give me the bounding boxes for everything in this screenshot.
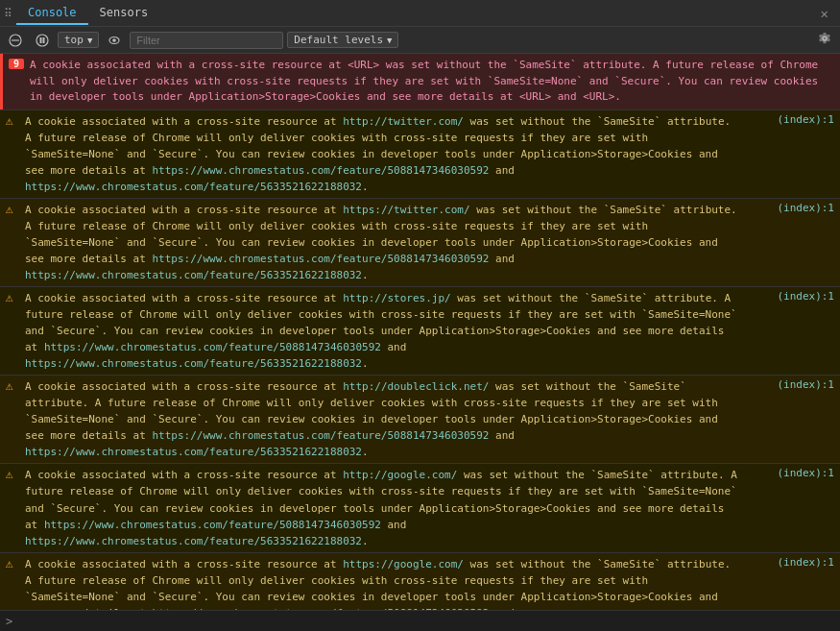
- chromestatus-link-1[interactable]: https://www.chromestatus.com/feature/508…: [152, 164, 489, 177]
- warning-content: A cookie associated with a cross-site re…: [25, 467, 742, 548]
- svg-point-2: [36, 35, 48, 46]
- svg-point-6: [112, 38, 116, 42]
- warning-location[interactable]: (index):1: [748, 290, 834, 303]
- warning-link[interactable]: http://twitter.com/: [343, 115, 464, 128]
- chromestatus-link-2[interactable]: https://www.chromestatus.com/feature/563…: [25, 446, 362, 458]
- filter-input[interactable]: [130, 32, 283, 49]
- warning-link[interactable]: http://doubleclick.net/: [343, 380, 489, 393]
- error-count-badge: 9: [9, 59, 24, 69]
- warning-content: A cookie associated with a cross-site re…: [25, 556, 742, 610]
- settings-button[interactable]: [813, 30, 836, 50]
- warning-message: ⚠A cookie associated with a cross-site r…: [0, 552, 840, 610]
- pause-button[interactable]: [31, 32, 54, 49]
- tab-console[interactable]: Console: [16, 2, 88, 25]
- warning-content: A cookie associated with a cross-site re…: [25, 290, 742, 372]
- warning-location[interactable]: (index):1: [748, 378, 834, 391]
- warning-location[interactable]: (index):1: [748, 113, 834, 126]
- pause-icon: [36, 34, 49, 47]
- warning-link[interactable]: https://twitter.com/: [343, 204, 469, 216]
- warning-location[interactable]: (index):1: [748, 556, 834, 569]
- svg-rect-3: [40, 37, 42, 43]
- context-selector[interactable]: top ▼: [58, 32, 99, 48]
- warning-link[interactable]: https://google.com/: [343, 558, 464, 570]
- dropdown-arrow-icon: ▼: [87, 36, 92, 45]
- close-button[interactable]: ✕: [813, 6, 836, 21]
- warning-icon: ⚠: [6, 113, 19, 128]
- eye-button[interactable]: [103, 32, 126, 49]
- warning-message: ⚠A cookie associated with a cross-site r…: [0, 109, 840, 198]
- context-label: top: [64, 34, 84, 46]
- warning-icon: ⚠: [6, 378, 19, 393]
- warning-link[interactable]: http://stores.jp/: [343, 292, 451, 304]
- svg-rect-4: [43, 37, 45, 43]
- warning-location[interactable]: (index):1: [748, 202, 834, 214]
- chromestatus-link-1[interactable]: https://www.chromestatus.com/feature/508…: [44, 519, 381, 531]
- chromestatus-link-1[interactable]: https://www.chromestatus.com/feature/508…: [44, 341, 381, 353]
- drag-handle-icon: ⠿: [4, 7, 12, 20]
- toolbar: top ▼ Default levels ▼: [0, 27, 840, 54]
- warnings-list: ⚠A cookie associated with a cross-site r…: [0, 109, 840, 611]
- chromestatus-link-1[interactable]: https://www.chromestatus.com/feature/508…: [152, 253, 489, 265]
- tab-sensors[interactable]: Sensors: [88, 2, 160, 25]
- warning-content: A cookie associated with a cross-site re…: [25, 202, 742, 283]
- warning-message: ⚠A cookie associated with a cross-site r…: [0, 286, 840, 375]
- levels-selector[interactable]: Default levels ▼: [287, 32, 398, 48]
- chromestatus-link-2[interactable]: https://www.chromestatus.com/feature/563…: [25, 535, 362, 547]
- error-banner: 9 A cookie associated with a cross-site …: [0, 54, 840, 109]
- warning-icon: ⚠: [6, 202, 19, 216]
- error-text: A cookie associated with a cross-site re…: [30, 58, 834, 106]
- warning-message: ⚠A cookie associated with a cross-site r…: [0, 375, 840, 463]
- warning-icon: ⚠: [6, 467, 19, 481]
- console-content: 9 A cookie associated with a cross-site …: [0, 54, 840, 610]
- warning-message: ⚠A cookie associated with a cross-site r…: [0, 198, 840, 286]
- levels-label: Default levels: [294, 34, 383, 46]
- input-prompt-icon: >: [6, 615, 12, 628]
- warning-message: ⚠A cookie associated with a cross-site r…: [0, 463, 840, 551]
- warning-icon: ⚠: [6, 556, 19, 570]
- eye-icon: [108, 34, 121, 47]
- levels-arrow-icon: ▼: [387, 36, 392, 45]
- warning-icon: ⚠: [6, 290, 19, 304]
- gear-icon: [818, 32, 831, 45]
- chromestatus-link-2[interactable]: https://www.chromestatus.com/feature/563…: [25, 181, 362, 193]
- clear-icon: [9, 34, 22, 47]
- warning-content: A cookie associated with a cross-site re…: [25, 113, 742, 195]
- warning-link[interactable]: http://google.com/: [343, 469, 457, 481]
- clear-console-button[interactable]: [4, 32, 27, 49]
- warning-location[interactable]: (index):1: [748, 467, 834, 479]
- chromestatus-link-2[interactable]: https://www.chromestatus.com/feature/563…: [25, 269, 362, 281]
- chromestatus-link-1[interactable]: https://www.chromestatus.com/feature/508…: [152, 429, 489, 442]
- console-input[interactable]: [18, 615, 834, 627]
- chromestatus-link-2[interactable]: https://www.chromestatus.com/feature/563…: [25, 357, 362, 370]
- console-input-line: >: [0, 610, 840, 631]
- warning-content: A cookie associated with a cross-site re…: [25, 378, 742, 460]
- tab-bar: ⠿ Console Sensors ✕: [0, 0, 840, 27]
